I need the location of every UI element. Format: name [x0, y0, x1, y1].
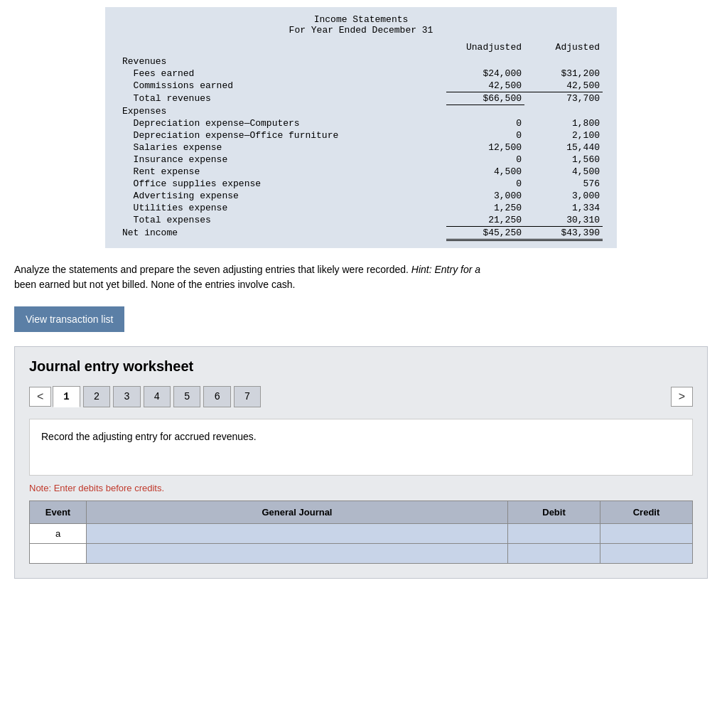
journal-worksheet-title: Journal entry worksheet	[29, 358, 693, 375]
net-income-label: Net income	[119, 226, 446, 240]
analyze-hint-text: Entry for a	[432, 264, 480, 275]
event-cell-2	[30, 543, 87, 563]
journal-input-1[interactable]	[92, 528, 502, 539]
credit-input-cell-1[interactable]	[600, 523, 693, 543]
fees-earned-unadj: $24,000	[446, 68, 524, 80]
journal-input-cell-1[interactable]	[87, 523, 508, 543]
tab-1[interactable]: 1	[53, 386, 80, 407]
rent-label: Rent expense	[119, 166, 446, 178]
dep-computers-adj: 1,800	[524, 117, 603, 129]
office-supplies-adj: 576	[524, 178, 603, 190]
utilities-unadj: 1,250	[446, 202, 524, 214]
note-text: Note: Enter debits before credits.	[29, 483, 693, 493]
rent-adj: 4,500	[524, 166, 603, 178]
commissions-unadj: 42,500	[446, 80, 524, 92]
debit-input-cell-1[interactable]	[508, 523, 600, 543]
instruction-box: Record the adjusting entry for accrued r…	[29, 419, 693, 476]
advertising-unadj: 3,000	[446, 190, 524, 202]
utilities-label: Utilities expense	[119, 202, 446, 214]
credit-input-2[interactable]	[606, 548, 686, 559]
dep-computers-label: Depreciation expense—Computers	[119, 117, 446, 129]
commissions-label: Commissions earned	[119, 80, 446, 92]
view-transaction-button[interactable]: View transaction list	[14, 306, 124, 332]
tab-list: 1 2 3 4 5 6 7	[51, 386, 670, 407]
col-header-debit: Debit	[508, 500, 600, 523]
insurance-label: Insurance expense	[119, 154, 446, 166]
journal-row-1: a	[30, 523, 693, 543]
total-revenues-label: Total revenues	[119, 92, 446, 105]
advertising-label: Advertising expense	[119, 190, 446, 202]
journal-table: Event General Journal Debit Credit a	[29, 500, 693, 564]
salaries-label: Salaries expense	[119, 141, 446, 154]
expenses-label: Expenses	[119, 105, 446, 117]
insurance-adj: 1,560	[524, 154, 603, 166]
statement-table: Unadjusted Adjusted Revenues Fees earned…	[119, 41, 603, 241]
analyze-main: Analyze the statements and prepare the s…	[14, 264, 411, 275]
journal-input-2[interactable]	[92, 548, 502, 559]
salaries-adj: 15,440	[524, 141, 603, 154]
credit-input-1[interactable]	[606, 528, 686, 539]
total-expenses-label: Total expenses	[119, 214, 446, 227]
instruction-text: Record the adjusting entry for accrued r…	[41, 431, 257, 442]
debit-input-cell-2[interactable]	[508, 543, 600, 563]
total-revenues-unadj: $66,500	[446, 92, 524, 105]
credit-input-cell-2[interactable]	[600, 543, 693, 563]
dep-furniture-label: Depreciation expense—Office furniture	[119, 129, 446, 141]
unadj-header: Unadjusted	[446, 41, 524, 55]
net-income-unadj: $45,250	[446, 226, 524, 240]
tab-navigation: < 1 2 3 4 5 6 7 >	[29, 386, 693, 407]
next-tab-button[interactable]: >	[671, 387, 693, 407]
salaries-unadj: 12,500	[446, 141, 524, 154]
tab-6[interactable]: 6	[203, 386, 230, 407]
tab-2[interactable]: 2	[83, 386, 110, 407]
tab-5[interactable]: 5	[173, 386, 200, 407]
col-header-event: Event	[30, 500, 87, 523]
total-revenues-adj: 73,700	[524, 92, 603, 105]
event-cell-1: a	[30, 523, 87, 543]
debit-input-1[interactable]	[514, 528, 594, 539]
adj-header: Adjusted	[524, 41, 603, 55]
title-line1: Income Statements	[119, 14, 603, 25]
tab-3[interactable]: 3	[113, 386, 140, 407]
total-expenses-adj: 30,310	[524, 214, 603, 227]
col-header-journal: General Journal	[87, 500, 508, 523]
utilities-adj: 1,334	[524, 202, 603, 214]
journal-worksheet: Journal entry worksheet < 1 2 3 4 5 6 7 …	[14, 346, 708, 579]
fees-earned-adj: $31,200	[524, 68, 603, 80]
journal-row-2	[30, 543, 693, 563]
fees-earned-label: Fees earned	[119, 68, 446, 80]
dep-furniture-adj: 2,100	[524, 129, 603, 141]
analyze-text2: been earned but not yet billed. None of …	[14, 279, 295, 290]
net-income-adj: $43,390	[524, 226, 603, 240]
revenues-label: Revenues	[119, 55, 446, 68]
insurance-unadj: 0	[446, 154, 524, 166]
title-line2: For Year Ended December 31	[119, 25, 603, 36]
tab-7[interactable]: 7	[234, 386, 261, 407]
debit-input-2[interactable]	[514, 548, 594, 559]
income-statement: Income Statements For Year Ended Decembe…	[105, 7, 617, 248]
col-header-credit: Credit	[600, 500, 693, 523]
rent-unadj: 4,500	[446, 166, 524, 178]
dep-furniture-unadj: 0	[446, 129, 524, 141]
journal-input-cell-2[interactable]	[87, 543, 508, 563]
dep-computers-unadj: 0	[446, 117, 524, 129]
tab-4[interactable]: 4	[144, 386, 171, 407]
prev-tab-button[interactable]: <	[29, 387, 51, 407]
analyze-hint-label: Hint:	[411, 264, 432, 275]
statement-title: Income Statements For Year Ended Decembe…	[119, 14, 603, 36]
commissions-adj: 42,500	[524, 80, 603, 92]
analyze-text: Analyze the statements and prepare the s…	[14, 262, 708, 292]
office-supplies-label: Office supplies expense	[119, 178, 446, 190]
total-expenses-unadj: 21,250	[446, 214, 524, 227]
advertising-adj: 3,000	[524, 190, 603, 202]
office-supplies-unadj: 0	[446, 178, 524, 190]
